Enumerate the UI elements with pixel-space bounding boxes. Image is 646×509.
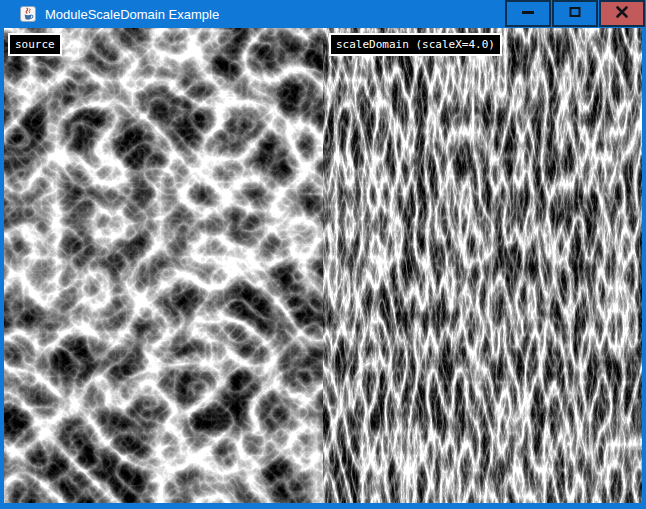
close-button[interactable] xyxy=(599,0,645,27)
source-label: source xyxy=(8,33,62,56)
window-controls xyxy=(504,0,645,28)
source-panel: source xyxy=(4,28,323,503)
java-app-icon xyxy=(20,6,36,22)
minimize-icon xyxy=(521,5,535,22)
scaledomain-panel: scaleDomain (scaleX=4.0) xyxy=(323,28,642,503)
maximize-icon xyxy=(568,5,582,22)
scaledomain-label: scaleDomain (scaleX=4.0) xyxy=(329,33,502,56)
app-window: ModuleScaleDomain Example source xyxy=(0,0,646,509)
maximize-button[interactable] xyxy=(552,0,598,27)
window-bottom-border xyxy=(0,503,646,509)
scaledomain-noise-image xyxy=(323,28,642,503)
source-noise-image xyxy=(4,28,323,503)
content-area: source scaleDomain (scaleX=4.0) xyxy=(4,28,642,503)
close-icon xyxy=(615,5,629,22)
minimize-button[interactable] xyxy=(505,0,551,27)
title-bar[interactable]: ModuleScaleDomain Example xyxy=(0,0,646,28)
window-title: ModuleScaleDomain Example xyxy=(45,7,219,22)
